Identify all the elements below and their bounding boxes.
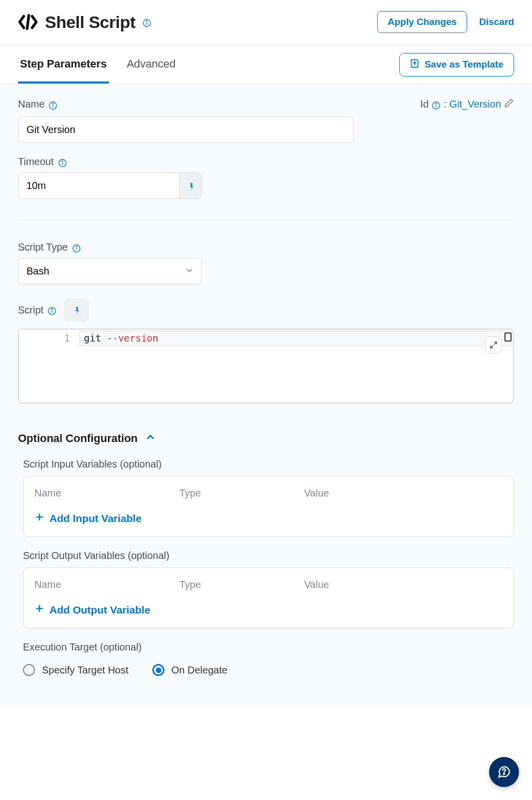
optional-config-title: Optional Configuration (18, 432, 138, 445)
line-number: 1 (19, 330, 79, 346)
plus-icon (34, 512, 44, 524)
tab-advanced[interactable]: Advanced (125, 46, 178, 84)
code-cmd: git (84, 332, 101, 344)
upload-icon (410, 58, 420, 71)
input-vars-box: Name Type Value Add Input Variable (23, 476, 514, 537)
plus-icon (34, 604, 44, 616)
add-input-label: Add Input Variable (49, 512, 141, 524)
editor-scroll-mark (505, 332, 512, 342)
name-input[interactable] (18, 116, 354, 143)
tabbar: Step Parameters Advanced Save as Templat… (0, 46, 532, 84)
radio-icon (23, 664, 35, 676)
col-name: Name (34, 488, 114, 499)
add-input-variable-button[interactable]: Add Input Variable (34, 512, 141, 524)
output-vars-label: Script Output Variables (optional) (23, 550, 514, 562)
form-panel: Name Id : Git_Version (0, 84, 532, 706)
info-icon[interactable] (72, 244, 81, 253)
radio-specify-label: Specify Target Host (42, 664, 128, 676)
svg-line-0 (27, 16, 28, 29)
info-icon[interactable] (432, 101, 441, 110)
optional-config-toggle[interactable]: Optional Configuration (18, 432, 514, 446)
script-pin-button[interactable] (64, 298, 88, 322)
info-icon[interactable] (47, 306, 56, 316)
script-type-label: Script Type (18, 242, 68, 253)
pin-button[interactable] (179, 173, 201, 198)
apply-changes-button[interactable]: Apply Changes (377, 11, 467, 33)
radio-icon (152, 664, 164, 676)
col-type: Type (179, 579, 239, 590)
chevron-up-icon (145, 432, 156, 446)
expand-editor-button[interactable] (485, 336, 502, 354)
radio-delegate-label: On Delegate (171, 664, 227, 676)
save-as-template-button[interactable]: Save as Template (399, 53, 514, 76)
svg-point-14 (62, 160, 62, 161)
svg-point-20 (51, 309, 52, 310)
col-value: Value (304, 579, 374, 590)
timeout-input[interactable] (18, 173, 179, 198)
col-type: Type (179, 488, 239, 499)
col-value: Value (304, 488, 374, 499)
script-editor[interactable]: 1 git --version (18, 328, 514, 404)
svg-point-3 (146, 21, 147, 22)
header: Shell Script Apply Changes Discard (0, 0, 532, 46)
svg-point-8 (53, 103, 53, 104)
id-value: Git_Version (450, 98, 501, 110)
tab-step-parameters[interactable]: Step Parameters (18, 46, 109, 84)
code-arg: --version (107, 332, 158, 344)
code-line[interactable]: git --version (79, 330, 513, 346)
col-name: Name (34, 579, 114, 590)
id-label: Id (420, 98, 429, 110)
page-title: Shell Script (45, 12, 135, 32)
add-output-label: Add Output Variable (49, 604, 150, 616)
radio-specify-target-host[interactable]: Specify Target Host (23, 664, 128, 676)
save-as-template-label: Save as Template (425, 59, 504, 70)
output-vars-box: Name Type Value Add Output Variable (23, 568, 514, 628)
info-icon[interactable] (142, 18, 151, 28)
info-icon[interactable] (48, 101, 57, 110)
edit-id-icon[interactable] (504, 98, 514, 110)
add-output-variable-button[interactable]: Add Output Variable (34, 604, 150, 616)
script-label: Script (18, 304, 43, 316)
timeout-label: Timeout (18, 156, 54, 168)
info-icon[interactable] (58, 158, 67, 168)
svg-point-17 (76, 246, 76, 246)
svg-point-11 (436, 103, 436, 104)
input-vars-label: Script Input Variables (optional) (23, 458, 514, 470)
name-label: Name (18, 98, 44, 110)
script-type-select[interactable] (18, 258, 202, 284)
code-icon (18, 13, 38, 31)
radio-on-delegate[interactable]: On Delegate (152, 664, 227, 676)
discard-button[interactable]: Discard (479, 16, 514, 28)
exec-target-label: Execution Target (optional) (23, 642, 514, 653)
